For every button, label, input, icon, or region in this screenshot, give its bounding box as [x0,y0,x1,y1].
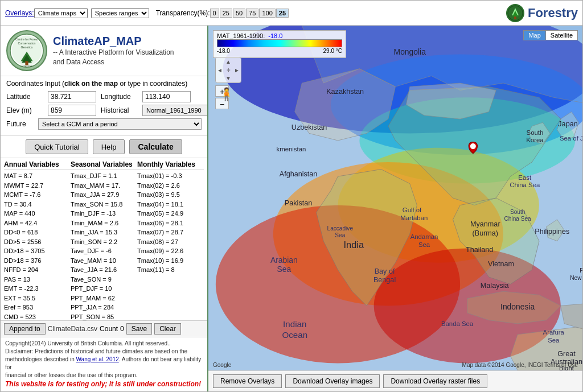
svg-text:Great: Great [557,350,576,358]
svg-text:Ocean: Ocean [282,330,307,340]
seasonal-var-item: Tave_MAM = 10 [71,256,137,266]
nav-left-button[interactable]: ◄ [217,67,223,73]
tutorial-button[interactable]: Quick Tutorial [26,139,88,154]
lat-input[interactable] [48,91,96,102]
transp-100[interactable]: 100 [259,9,275,18]
main-content: Centre for Forest Conservation Genetics … [1,26,582,391]
svg-text:Myanmar: Myanmar [470,220,500,228]
count-value: 0 [120,325,124,333]
future-row: Future Select a GCM and a period [6,118,202,130]
seasonal-col: Tmax_DJF = 1.1Tmax_MAM = 17.Tmax_JJA = 2… [71,171,137,320]
vars-header: Annual Variables Seasonal Variables Mont… [4,160,204,170]
save-button[interactable]: Save [126,323,152,335]
map-btn[interactable]: Map [524,31,545,40]
svg-text:Sea: Sea [277,265,291,274]
annual-var-item: MAP = 440 [4,209,71,218]
header-text: ClimateAP_MAP -- A Interactive Platform … [53,35,174,67]
clear-button[interactable]: Clear [154,323,181,335]
seasonal-var-item: PPT_DJF = 10 [71,284,137,294]
nav-up-button[interactable]: ▲ [225,59,231,65]
svg-text:China Sea: China Sea [504,216,532,222]
map-type-selector: Map Satellite [523,30,578,40]
svg-text:Japan: Japan [558,120,577,128]
transp-75[interactable]: 75 [246,9,258,18]
nav-right-button[interactable]: ► [234,67,240,73]
svg-text:Martaban: Martaban [400,214,428,221]
svg-text:Thailand: Thailand [466,246,493,254]
calculate-button[interactable]: Calculate [129,139,182,154]
svg-text:East: East [518,174,532,181]
svg-text:Andaman: Andaman [410,233,438,240]
svg-text:(Burma): (Burma) [473,229,499,237]
svg-text:Mongolia: Mongolia [394,47,426,56]
svg-text:Sea: Sea [335,232,345,238]
colorbar-title: MAT_1961-1990: -18.0 -18.0 29.0 °C [217,32,342,54]
annual-var-item: Eref = 953 [4,303,71,312]
colorbar-labels: -18.0 29.0 °C [217,48,342,54]
future-label: Future [6,120,35,128]
annual-var-item: NFFD = 204 [4,265,71,275]
seasonal-var-item: Tmax_MAM = 17. [71,181,137,191]
species-select[interactable]: Species ranges [91,8,149,18]
append-button[interactable]: Append to [4,323,46,335]
coords-grid: Latitude Longitude [6,91,202,102]
seasonal-var-item: Tmin_SON = 2.2 [71,237,137,247]
seasonal-header: Seasonal Variables [71,160,137,168]
right-panel: MAT_1961-1990: -18.0 -18.0 29.0 °C [208,26,582,391]
lon-input[interactable] [142,91,191,102]
hist-select[interactable]: Normal_1961_1990 [142,105,208,116]
lat-label: Latitude [6,93,46,101]
transp-active[interactable]: 25 [276,9,289,18]
map-svg[interactable]: Mongolia Kazakhstan Uzbekistan kmenistan… [208,26,582,370]
variables-section: Annual Variables Seasonal Variables Mont… [1,158,207,320]
annual-var-item: MAT = 8.7 [4,171,71,181]
monthly-var-item: Tmax(11) = 8 [137,265,204,274]
overlays-label[interactable]: Overlays: [5,9,34,17]
annual-var-item: PAS = 13 [4,275,71,284]
annual-var-item: CMD = 523 [4,312,71,321]
transp-50[interactable]: 50 [233,9,245,18]
annual-var-item: DD<0 = 618 [4,228,71,237]
elev-row: Elev (m) Historical Normal_1961_1990 [6,105,202,116]
transp-0[interactable]: 0 [210,9,219,18]
satellite-btn[interactable]: Satellite [545,31,577,40]
annual-var-item: DD>18 = 3705 [4,246,71,256]
copyright-line3: methodologies described in Wang et al. 2… [5,356,203,372]
person-icon[interactable]: 🧍 [219,87,234,102]
svg-text:Bengal: Bengal [373,276,396,284]
forestry-logo: Forestry [506,4,578,22]
map-container[interactable]: MAT_1961-1990: -18.0 -18.0 29.0 °C [208,26,582,370]
transp-25[interactable]: 25 [220,9,232,18]
svg-text:Indian: Indian [283,319,306,329]
forestry-icon [506,4,524,22]
map-bottom: Remove Overlays Download Overlay images … [208,370,582,391]
download-raster-button[interactable]: Download Overlay raster files [383,374,487,388]
colorbar-gradient [217,39,342,47]
svg-text:South: South [510,209,525,215]
colorbar: MAT_1961-1990: -18.0 -18.0 29.0 °C [213,30,346,58]
svg-text:Bering Sea: Bering Sea [582,59,582,66]
svg-text:Papua: Papua [580,267,582,274]
left-panel: Centre for Forest Conservation Genetics … [1,26,208,391]
nav-down-button[interactable]: ▼ [225,75,231,81]
svg-text:Uzbekistan: Uzbekistan [292,123,327,131]
construction-warning: This website is for testing only; it is … [5,379,203,389]
annual-var-item: AHM = 42.4 [4,218,71,228]
overlay-select[interactable]: Climate maps [34,8,88,18]
seasonal-var-item: PPT_SON = 85 [71,312,137,321]
future-select[interactable]: Select a GCM and a period [38,118,202,130]
help-button[interactable]: Help [93,139,125,154]
svg-text:Gulf of: Gulf of [403,207,422,213]
annual-var-item: EXT = 35.5 [4,294,71,303]
copyright-line2: Disclaimer: Predictions of historical an… [5,348,203,356]
remove-overlays-button[interactable]: Remove Overlays [213,374,282,388]
seasonal-var-item: Tmin_MAM = 2.6 [71,218,137,228]
download-images-button[interactable]: Download Overlay images [285,374,380,388]
monthly-var-item: Tmax(08) = 27 [137,237,204,247]
wang-link[interactable]: Wang et al. 2012 [76,356,119,362]
annual-col: MAT = 8.7MWMT = 22.7MCMT = -7.6TD = 30.4… [4,171,71,320]
elev-input[interactable] [48,105,96,116]
annual-var-item: DD>5 = 2556 [4,237,71,247]
svg-text:Sea: Sea [548,337,560,344]
copyright-line5: financial or other losses due the use of… [5,372,203,379]
